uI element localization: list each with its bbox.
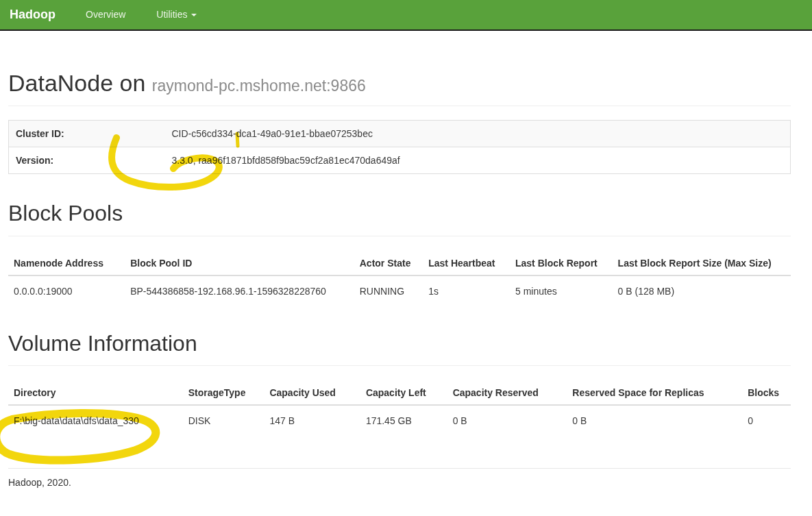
navbar-brand[interactable]: Hadoop <box>0 0 66 30</box>
table-row: 0.0.0.0:19000 BP-544386858-192.168.96.1-… <box>8 275 791 304</box>
cell-last-block-report-size: 0 B (128 MB) <box>613 275 791 304</box>
navbar: Hadoop Overview Utilities <box>0 0 812 31</box>
column-header-capacity-left: Capacity Left <box>360 380 447 405</box>
cell-capacity-reserved: 0 B <box>447 405 567 434</box>
cell-reserved-space-replicas: 0 B <box>567 405 742 434</box>
cell-actor-state: RUNNING <box>354 275 423 304</box>
cell-capacity-left: 171.45 GB <box>360 405 447 434</box>
footer-text: Hadoop, 2020. <box>8 469 791 488</box>
column-header-last-block-report: Last Block Report <box>510 250 613 275</box>
volume-information-table: Directory StorageType Capacity Used Capa… <box>8 380 791 434</box>
volume-information-heading: Volume Information <box>8 332 791 356</box>
datanode-host-address: raymond-pc.mshome.net:9866 <box>152 77 366 95</box>
cell-storage-type: DISK <box>183 405 264 434</box>
table-header-row: Directory StorageType Capacity Used Capa… <box>8 380 791 405</box>
cluster-id-label: Cluster ID: <box>9 121 165 147</box>
column-header-capacity-reserved: Capacity Reserved <box>447 380 567 405</box>
table-header-row: Namenode Address Block Pool ID Actor Sta… <box>8 250 791 275</box>
column-header-reserved-space-replicas: Reserved Space for Replicas <box>567 380 742 405</box>
cell-directory: F:\big-data\data\dfs\data_330 <box>8 405 183 434</box>
volume-information-header: Volume Information <box>8 332 791 366</box>
nav-item-utilities-label: Utilities <box>156 0 187 30</box>
version-label: Version: <box>9 147 165 174</box>
column-header-directory: Directory <box>8 380 183 405</box>
column-header-block-pool-id: Block Pool ID <box>125 250 354 275</box>
column-header-last-block-report-size: Last Block Report Size (Max Size) <box>613 250 791 275</box>
cell-capacity-used: 147 B <box>264 405 360 434</box>
cell-block-pool-id: BP-544386858-192.168.96.1-1596328228760 <box>125 275 354 304</box>
column-header-blocks: Blocks <box>742 380 791 405</box>
block-pools-heading: Block Pools <box>8 201 791 225</box>
column-header-storage-type: StorageType <box>183 380 264 405</box>
table-row: F:\big-data\data\dfs\data_330 DISK 147 B… <box>8 405 791 434</box>
column-header-namenode-address: Namenode Address <box>8 250 125 275</box>
table-row: Cluster ID: CID-c56cd334-dca1-49a0-91e1-… <box>9 121 791 147</box>
nav-item-overview-label: Overview <box>86 0 125 30</box>
table-row: Version: 3.3.0, raa96f1871bfd858f9bac59c… <box>9 147 791 174</box>
version-value: 3.3.0, raa96f1871bfd858f9bac59cf2a81ec47… <box>165 147 791 174</box>
main-content: DataNode on raymond-pc.mshome.net:9866 C… <box>0 71 812 488</box>
block-pools-header: Block Pools <box>8 201 791 236</box>
cell-last-heartbeat: 1s <box>423 275 510 304</box>
cluster-info-table: Cluster ID: CID-c56cd334-dca1-49a0-91e1-… <box>8 120 791 174</box>
column-header-capacity-used: Capacity Used <box>264 380 360 405</box>
cell-last-block-report: 5 minutes <box>510 275 613 304</box>
page-title-text: DataNode on <box>8 70 145 96</box>
cell-namenode-address: 0.0.0.0:19000 <box>8 275 125 304</box>
block-pools-table: Namenode Address Block Pool ID Actor Sta… <box>8 250 791 304</box>
caret-down-icon <box>191 14 197 16</box>
cluster-id-value: CID-c56cd334-dca1-49a0-91e1-bbae07253bec <box>165 121 791 147</box>
nav-item-utilities[interactable]: Utilities <box>145 0 208 30</box>
page-header: DataNode on raymond-pc.mshome.net:9866 <box>8 71 791 106</box>
page-footer: Hadoop, 2020. <box>8 468 791 488</box>
column-header-last-heartbeat: Last Heartbeat <box>423 250 510 275</box>
column-header-actor-state: Actor State <box>354 250 423 275</box>
cell-blocks: 0 <box>742 405 791 434</box>
page-title: DataNode on raymond-pc.mshome.net:9866 <box>8 71 791 96</box>
nav-item-overview[interactable]: Overview <box>75 0 136 30</box>
